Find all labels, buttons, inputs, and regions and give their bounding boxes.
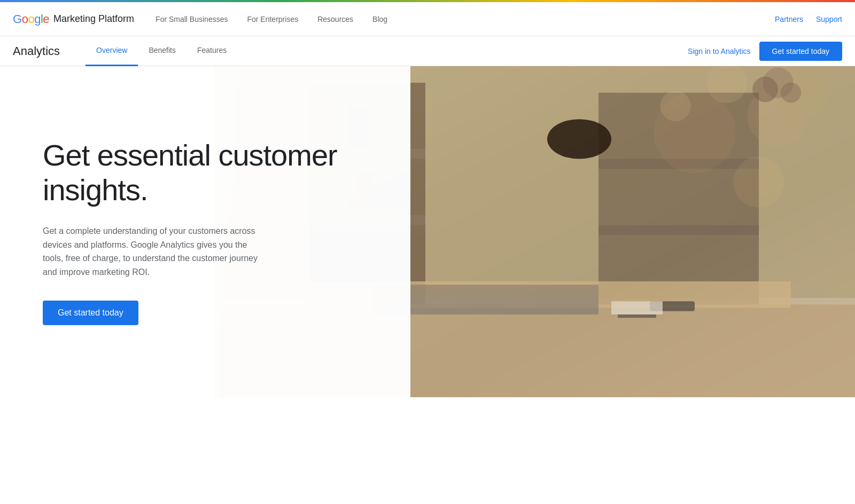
svg-point-25 [733, 156, 784, 208]
svg-point-28 [752, 77, 778, 103]
svg-point-24 [654, 92, 736, 174]
logo-area: Google Marketing Platform [13, 12, 134, 26]
svg-point-29 [547, 119, 611, 159]
svg-rect-18 [611, 301, 663, 314]
sub-nav-right: Sign in to Analytics Get started today [688, 42, 842, 61]
nav-link-blog[interactable]: Blog [372, 15, 387, 23]
logo-letter-e: e [43, 12, 49, 26]
sub-navigation: Analytics Overview Benefits Features Sig… [0, 36, 855, 66]
nav-link-resources[interactable]: Resources [317, 15, 353, 23]
tab-overview[interactable]: Overview [86, 36, 138, 66]
logo-letter-g: G [13, 12, 22, 26]
logo-letter-g2: g [34, 12, 41, 26]
sub-nav-title: Analytics [13, 44, 60, 58]
sub-nav-tabs: Overview Benefits Features [86, 36, 688, 66]
svg-point-27 [781, 82, 801, 103]
nav-link-small-biz[interactable]: For Small Businesses [156, 15, 228, 23]
tab-features[interactable]: Features [186, 36, 237, 66]
hero-description: Get a complete understanding of your cus… [43, 224, 267, 279]
hero-cta-button[interactable]: Get started today [43, 301, 138, 325]
logo-letter-o2: o [28, 12, 34, 26]
top-nav-right: Partners Support [775, 15, 842, 23]
sign-in-link[interactable]: Sign in to Analytics [688, 47, 751, 56]
hero-headline: Get essential customer insights. [43, 138, 368, 207]
get-started-button-nav[interactable]: Get started today [759, 42, 842, 61]
top-nav-links: For Small Businesses For Enterprises Res… [156, 15, 775, 23]
platform-title: Marketing Platform [53, 13, 134, 25]
svg-rect-19 [618, 314, 656, 318]
google-logo: Google [13, 12, 49, 26]
nav-link-enterprises[interactable]: For Enterprises [247, 15, 298, 23]
nav-link-support[interactable]: Support [816, 15, 842, 23]
hero-section: Get essential customer insights. Get a c… [0, 66, 855, 397]
logo-letter-o1: o [22, 12, 28, 26]
tab-benefits[interactable]: Benefits [138, 36, 186, 66]
nav-link-partners[interactable]: Partners [775, 15, 803, 23]
svg-rect-12 [598, 225, 759, 235]
hero-content-card: Get essential customer insights. Get a c… [0, 66, 410, 397]
top-navigation: Google Marketing Platform For Small Busi… [0, 2, 855, 36]
